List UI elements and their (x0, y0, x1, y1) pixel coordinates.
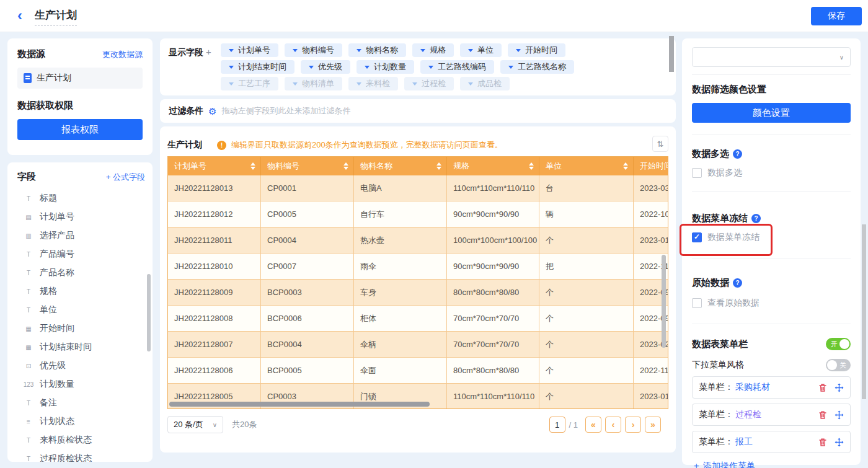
display-field-tag[interactable]: 物料编号 (285, 43, 342, 57)
display-field-tag[interactable]: 过程检 (404, 77, 454, 91)
add-action-menu-link[interactable]: ＋ 添加操作菜单 (692, 461, 755, 468)
table-scrollbar[interactable] (662, 255, 666, 348)
column-header[interactable]: 单位 (539, 157, 634, 175)
column-header[interactable]: 物料编号 (261, 157, 354, 175)
table-row[interactable]: JH20221128006 BCP0005 伞面 80cm*80cm*80/80… (168, 358, 668, 384)
help-icon[interactable] (733, 278, 742, 288)
caret-down-icon (356, 82, 361, 86)
column-header[interactable]: 物料名称 (354, 157, 447, 175)
field-item[interactable]: T 过程质检状态 (17, 449, 145, 462)
display-field-tag[interactable]: 计划结束时间 (221, 60, 294, 74)
next-page-button[interactable]: › (625, 417, 641, 433)
field-item[interactable]: T 产品编号 (17, 245, 145, 263)
menu-bar-item-prefix: 菜单栏： (699, 436, 733, 448)
menu-bar-item-name[interactable]: 报工 (735, 436, 753, 448)
table-cell: 柜体 (354, 306, 447, 332)
datasource-item[interactable]: 生产计划 (17, 68, 143, 89)
sort-carets-icon[interactable] (343, 162, 348, 170)
sort-button[interactable] (652, 136, 668, 152)
display-field-tag[interactable]: 开始时间 (508, 43, 565, 57)
change-datasource-link[interactable]: 更改数据源 (102, 49, 143, 60)
menu-bar-item-name[interactable]: 过程检 (735, 409, 761, 420)
table-cell: 2023-01 (634, 227, 668, 254)
column-header[interactable]: 计划单号 (168, 157, 261, 175)
save-button[interactable]: 保存 (811, 7, 862, 25)
add-display-field-icon[interactable]: + (206, 46, 211, 57)
caret-down-icon (229, 49, 234, 52)
table-cell: BCP0004 (261, 332, 354, 358)
display-field-tag[interactable]: 单位 (460, 43, 502, 57)
sort-carets-icon[interactable] (623, 162, 628, 170)
fields-scrollbar[interactable] (147, 274, 151, 351)
column-header[interactable]: 规格 (447, 157, 539, 175)
table-row[interactable]: JH20221128011 CP0004 热水壶 100cm*100cm*100… (168, 227, 668, 254)
table-cell: BCP0003 (261, 280, 354, 306)
first-page-button[interactable]: « (585, 417, 601, 433)
add-formula-field-link[interactable]: + 公式字段 (106, 172, 145, 183)
menu-bar-toggle[interactable]: 开 (826, 338, 851, 350)
raw-data-checkbox[interactable]: 查看原始数据 (692, 298, 851, 309)
dropdown-style-toggle[interactable]: 关 (826, 359, 851, 371)
component-select[interactable] (692, 47, 851, 67)
panel-scrollbar[interactable] (669, 36, 674, 72)
sort-carets-icon[interactable] (529, 162, 534, 170)
display-field-tag[interactable]: 物料清单 (285, 77, 342, 91)
report-permission-button[interactable]: 报表权限 (17, 119, 143, 140)
prev-page-button[interactable]: ‹ (605, 417, 621, 433)
field-item[interactable]: T 规格 (17, 282, 145, 301)
page-input[interactable]: 1 (549, 417, 565, 433)
display-field-tag[interactable]: 成品检 (460, 77, 510, 91)
table-row[interactable]: JH20221128008 BCP0006 柜体 70cm*70cm*70/70… (168, 306, 668, 332)
table-row[interactable]: JH20221128009 BCP0003 车身 80cm*80cm*80/80… (168, 280, 668, 306)
field-item[interactable]: T 来料质检状态 (17, 431, 145, 449)
display-field-tag[interactable]: 工艺路线名称 (500, 60, 574, 74)
move-icon[interactable] (835, 383, 844, 392)
menu-bar-item-name[interactable]: 采购耗材 (735, 382, 770, 393)
field-item[interactable]: ≡ 计划状态 (17, 412, 145, 431)
page-scrollbar[interactable] (862, 224, 866, 399)
field-item[interactable]: ⊡ 优先级 (17, 356, 145, 375)
field-item[interactable]: T 标题 (17, 189, 145, 208)
color-settings-button[interactable]: 颜色设置 (692, 103, 851, 123)
display-field-tag[interactable]: 工艺路线编码 (420, 60, 494, 74)
table-row[interactable]: JH20221128013 CP0001 电脑A 110cm*110cm*110… (168, 175, 668, 201)
trash-icon[interactable] (818, 410, 827, 420)
display-field-tag[interactable]: 优先级 (301, 60, 350, 74)
field-item[interactable]: T 备注 (17, 394, 145, 412)
field-item[interactable]: T 产品名称 (17, 263, 145, 282)
gear-icon[interactable] (208, 107, 216, 116)
field-item[interactable]: ▤ 计划单号 (17, 208, 145, 226)
menu-freeze-checkbox[interactable]: 数据菜单冻结 (692, 232, 851, 243)
horizontal-scrollbar[interactable] (169, 402, 430, 407)
field-item[interactable]: ▦ 计划结束时间 (17, 338, 145, 356)
move-icon[interactable] (835, 410, 844, 420)
field-item[interactable]: ▥ 选择产品 (17, 226, 145, 245)
display-fields-label: 显示字段 (169, 47, 203, 57)
help-icon[interactable] (751, 214, 761, 223)
back-icon[interactable] (17, 7, 22, 24)
column-header[interactable]: 开始时间 (634, 157, 668, 175)
help-icon[interactable] (733, 149, 742, 159)
caret-down-icon (293, 82, 298, 86)
trash-icon[interactable] (818, 383, 827, 392)
display-field-tag[interactable]: 物料名称 (348, 43, 406, 57)
sort-carets-icon[interactable] (250, 162, 255, 170)
multi-select-checkbox[interactable]: 数据多选 (692, 167, 851, 179)
table-row[interactable]: JH20221128007 BCP0004 伞柄 70cm*70cm*70/70… (168, 332, 668, 358)
table-row[interactable]: JH20221128010 CP0007 雨伞 90cm*90cm*90/90 … (168, 254, 668, 280)
display-field-tag[interactable]: 规格 (412, 43, 454, 57)
trash-icon[interactable] (818, 438, 827, 447)
table-row[interactable]: JH20221128012 CP0005 自行车 90cm*90cm*90/90… (168, 201, 668, 227)
sort-carets-icon[interactable] (436, 162, 441, 170)
display-field-tag[interactable]: 计划单号 (221, 43, 278, 57)
display-field-tag[interactable]: 工艺工序 (221, 77, 278, 91)
field-item[interactable]: 123 计划数量 (17, 375, 145, 394)
display-field-tag[interactable]: 计划数量 (356, 60, 414, 74)
page-size-select[interactable]: 20 条/页 (167, 416, 223, 433)
last-page-button[interactable]: » (645, 417, 661, 433)
display-field-tag[interactable]: 来料检 (348, 77, 398, 91)
field-item[interactable]: T 单位 (17, 301, 145, 319)
move-icon[interactable] (835, 438, 844, 447)
field-item[interactable]: ▦ 开始时间 (17, 319, 145, 338)
display-field-row: 计划单号 物料编号 物料名称 规格 单位 开始时间 (221, 43, 667, 57)
